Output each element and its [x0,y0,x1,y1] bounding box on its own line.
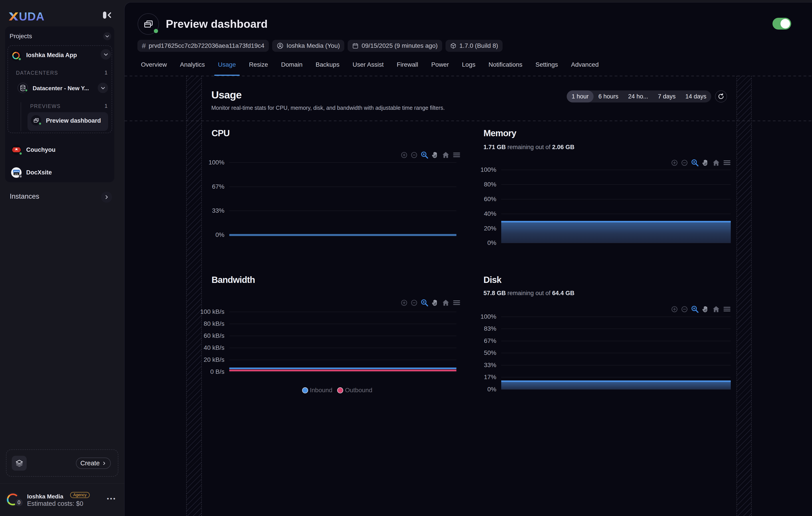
svg-text:DOCX: DOCX [14,170,19,172]
svg-text:SITE: SITE [14,173,19,175]
